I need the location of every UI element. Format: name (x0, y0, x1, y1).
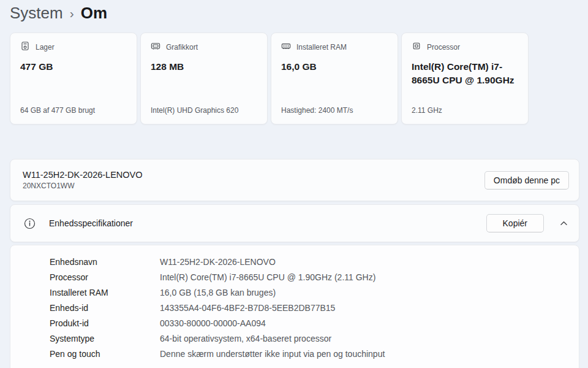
spec-value: Denne skærm understøtter ikke input via … (160, 349, 385, 359)
spec-row-product-id: Produkt-id 00330-80000-00000-AA094 (50, 315, 579, 331)
spec-row-installed-ram: Installeret RAM 16,0 GB (15,8 GB kan bru… (50, 285, 579, 300)
storage-card-header: Lager (20, 41, 127, 53)
ram-card: Installeret RAM 16,0 GB Hastighed: 2400 … (271, 33, 398, 125)
spec-label: Pen og touch (50, 349, 160, 359)
rename-pc-button[interactable]: Omdøb denne pc (484, 171, 569, 190)
device-specs-expander-header[interactable]: Enhedsspecifikationer Kopiér (10, 204, 579, 242)
processor-card-label: Processor (427, 43, 460, 52)
processor-card-header: Processor (412, 41, 518, 53)
device-specs-content: Enhedsnavn W11-25H2-DK-2026-LENOVO Proce… (10, 245, 579, 368)
graphics-card-label: Grafikkort (166, 43, 198, 52)
settings-about-page: System › Om Lager 477 GB 64 GB af 477 GB… (0, 0, 588, 368)
info-icon (24, 218, 36, 229)
storage-card: Lager 477 GB 64 GB af 477 GB brugt (10, 33, 137, 125)
device-specs-title: Enhedsspecifikationer (49, 218, 133, 228)
spec-value: 16,0 GB (15,8 GB kan bruges) (160, 288, 276, 297)
processor-card-caption: 2.11 GHz (412, 106, 518, 115)
spec-value: W11-25H2-DK-2026-LENOVO (160, 257, 276, 267)
copy-specs-button[interactable]: Kopiér (486, 214, 544, 232)
storage-card-value: 477 GB (20, 60, 127, 74)
spec-label: Enhedsnavn (50, 257, 160, 267)
chevron-up-icon[interactable] (560, 220, 568, 228)
breadcrumb-separator-icon: › (70, 5, 74, 21)
device-name: W11-25H2-DK-2026-LENOVO (23, 170, 143, 180)
spec-value: 64-bit operativsystem, x64-baseret proce… (160, 334, 331, 343)
ram-card-caption: Hastighed: 2400 MT/s (281, 106, 388, 115)
summary-cards-row: Lager 477 GB 64 GB af 477 GB brugt Grafi… (10, 33, 578, 125)
spec-row-device-id: Enheds-id 143355A4-04F6-4BF2-B7D8-5EEB2D… (50, 300, 579, 315)
processor-card-value: Intel(R) Core(TM) i7-8665U CPU @ 1.90GHz (412, 60, 518, 87)
spec-label: Installeret RAM (50, 288, 160, 297)
spec-value: Intel(R) Core(TM) i7-8665U CPU @ 1.90GHz… (160, 272, 375, 282)
processor-card: Processor Intel(R) Core(TM) i7-8665U CPU… (401, 33, 529, 125)
spec-label: Systemtype (50, 334, 160, 343)
cpu-icon (412, 41, 421, 53)
spec-row-device-name: Enhedsnavn W11-25H2-DK-2026-LENOVO (50, 254, 579, 269)
breadcrumb: System › Om (10, 0, 578, 23)
spec-row-system-type: Systemtype 64-bit operativsystem, x64-ba… (50, 331, 579, 346)
ram-card-value: 16,0 GB (281, 60, 388, 74)
spec-row-processor: Processor Intel(R) Core(TM) i7-8665U CPU… (50, 269, 579, 285)
spec-value: 00330-80000-00000-AA094 (160, 318, 266, 328)
graphics-card-caption: Intel(R) UHD Graphics 620 (151, 106, 257, 115)
spec-row-pen-touch: Pen og touch Denne skærm understøtter ik… (50, 346, 579, 361)
ram-icon (281, 41, 291, 53)
storage-card-caption: 64 GB af 477 GB brugt (20, 106, 127, 115)
device-model: 20NXCTO1WW (23, 182, 143, 190)
spec-value: 143355A4-04F6-4BF2-B7D8-5EEB2DB77B15 (160, 303, 335, 313)
graphics-card-value: 128 MB (151, 60, 257, 74)
storage-card-label: Lager (36, 43, 55, 52)
graphics-card-header: Grafikkort (151, 41, 257, 53)
page-title: Om (81, 4, 107, 23)
ram-card-header: Installeret RAM (281, 41, 388, 53)
gpu-icon (151, 41, 160, 53)
device-name-panel: W11-25H2-DK-2026-LENOVO 20NXCTO1WW Omdøb… (10, 159, 579, 201)
breadcrumb-system-link[interactable]: System (10, 4, 63, 23)
device-name-block: W11-25H2-DK-2026-LENOVO 20NXCTO1WW (23, 170, 143, 190)
graphics-card: Grafikkort 128 MB Intel(R) UHD Graphics … (140, 33, 268, 125)
ram-card-label: Installeret RAM (296, 43, 347, 52)
storage-icon (20, 41, 30, 53)
spec-label: Produkt-id (50, 318, 160, 328)
spec-label: Processor (50, 272, 160, 282)
spec-label: Enheds-id (50, 303, 160, 313)
